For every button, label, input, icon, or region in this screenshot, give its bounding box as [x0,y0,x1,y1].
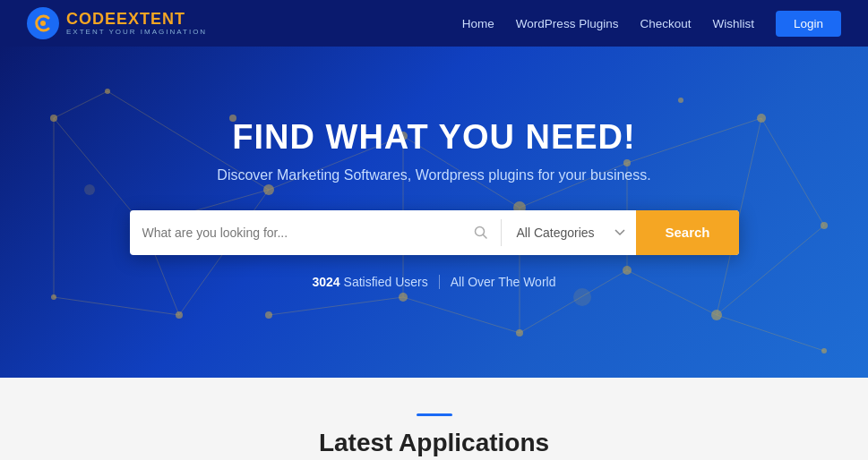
nav: Home WordPress Plugins Checkout Wishlist… [462,11,841,37]
nav-wordpress-plugins[interactable]: WordPress Plugins [516,17,619,30]
logo-icon [27,7,59,39]
svg-point-41 [821,348,827,354]
category-select[interactable]: All Categories [502,213,636,252]
latest-divider-wrap [18,413,850,416]
search-button[interactable]: Search [636,210,738,255]
logo-text: CODEEXTENT EXTENT YOUR IMAGINATION [66,11,207,37]
svg-point-46 [678,98,683,103]
stats-divider [439,275,440,289]
svg-line-16 [269,297,403,315]
latest-divider [417,413,452,416]
hero-stats: 3024 Satisfied Users All Over The World [18,275,850,289]
svg-point-39 [265,311,272,319]
lower-section: Latest Applications [0,378,868,460]
logo-name: CODEEXTENT [66,11,207,29]
header: CODEEXTENT EXTENT YOUR IMAGINATION Home … [0,0,868,47]
svg-point-35 [711,310,722,320]
svg-point-1 [40,21,46,26]
svg-point-38 [399,293,408,302]
latest-applications-title: Latest Applications [18,429,850,457]
stats-number: 3024 Satisfied Users [313,275,428,289]
svg-point-37 [516,329,523,336]
search-input-wrap [130,213,502,252]
svg-point-43 [573,288,591,306]
svg-line-15 [403,297,520,333]
svg-line-22 [54,91,107,118]
stats-worldwide: All Over The World [451,275,556,289]
svg-line-5 [54,297,179,315]
nav-checkout[interactable]: Checkout [640,17,691,30]
nav-wishlist[interactable]: Wishlist [712,17,754,30]
logo: CODEEXTENT EXTENT YOUR IMAGINATION [27,7,207,39]
svg-line-48 [484,234,487,238]
hero-subtitle: Discover Marketing Softwares, Wordpress … [18,167,850,183]
logo-tagline: EXTENT YOUR IMAGINATION [66,28,207,36]
hero-content: FIND WHAT YOU NEED! Discover Marketing S… [18,118,850,289]
nav-home[interactable]: Home [462,17,494,30]
login-button[interactable]: Login [776,11,841,37]
svg-line-24 [717,315,824,351]
hero-section: FIND WHAT YOU NEED! Discover Marketing S… [0,47,868,378]
hero-title: FIND WHAT YOU NEED! [18,118,850,157]
svg-point-28 [176,311,183,319]
svg-point-40 [105,89,110,94]
svg-point-29 [51,294,56,300]
search-bar: All Categories Search [130,210,739,255]
search-icon [474,226,488,240]
search-input[interactable] [142,213,468,252]
